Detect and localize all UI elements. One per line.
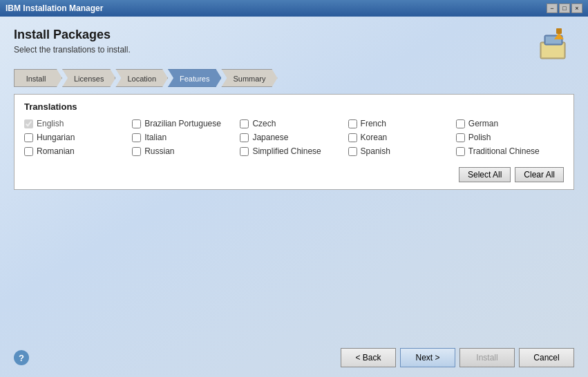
page-subtitle: Select the translations to install. [14, 45, 131, 55]
next-button[interactable]: Next > [400, 348, 455, 367]
cancel-button[interactable]: Cancel [519, 348, 574, 367]
checkbox-hungarian[interactable] [24, 133, 33, 142]
tab-location[interactable]: Location [115, 69, 168, 87]
lang-czech[interactable]: Czech [240, 119, 348, 128]
checkbox-german[interactable] [456, 119, 465, 128]
maximize-button[interactable]: □ [559, 3, 570, 13]
header-area: Install Packages Select the translations… [0, 17, 588, 69]
translations-box: Translations English Brazilian Portugues… [14, 94, 574, 190]
header-text: Install Packages Select the translations… [14, 28, 131, 55]
lang-italian[interactable]: Italian [132, 133, 240, 142]
breadcrumb-item-location[interactable]: Location [115, 69, 168, 87]
window-controls: − □ × [547, 3, 582, 13]
tab-features[interactable]: Features [168, 69, 221, 87]
lang-spanish[interactable]: Spanish [348, 146, 456, 156]
checkbox-romanian[interactable] [24, 147, 33, 156]
lang-polish[interactable]: Polish [456, 133, 564, 142]
footer-buttons: < Back Next > Install Cancel [341, 348, 574, 367]
lang-french[interactable]: French [348, 119, 456, 128]
lang-brazilian-portuguese[interactable]: Brazilian Portuguese [132, 119, 240, 128]
footer-left: ? [14, 350, 29, 365]
tab-install[interactable]: Install [14, 69, 62, 87]
checkbox-korean[interactable] [348, 133, 357, 142]
lang-romanian[interactable]: Romanian [24, 146, 132, 156]
lang-traditional-chinese[interactable]: Traditional Chinese [456, 146, 564, 156]
clear-all-button[interactable]: Clear All [515, 167, 564, 182]
install-icon [535, 28, 573, 61]
svg-rect-5 [556, 28, 562, 34]
tab-summary[interactable]: Summary [221, 69, 277, 87]
window-body: Install Packages Select the translations… [0, 17, 588, 377]
lang-simplified-chinese[interactable]: Simplified Chinese [240, 146, 348, 156]
title-bar: IBM Installation Manager − □ × [0, 0, 588, 17]
content-area: Translations English Brazilian Portugues… [0, 94, 588, 341]
checkbox-italian[interactable] [132, 133, 141, 142]
window-title: IBM Installation Manager [6, 3, 103, 13]
breadcrumb: Install Licenses Location Features Summa… [0, 69, 588, 94]
checkbox-french[interactable] [348, 119, 357, 128]
close-button[interactable]: × [571, 3, 582, 13]
header-icon [533, 28, 574, 62]
checkbox-japanese[interactable] [240, 133, 249, 142]
install-button[interactable]: Install [459, 348, 515, 367]
breadcrumb-item-features[interactable]: Features [168, 69, 221, 87]
lang-russian[interactable]: Russian [132, 146, 240, 156]
breadcrumb-item-licenses[interactable]: Licenses [62, 69, 115, 87]
lang-hungarian[interactable]: Hungarian [24, 133, 132, 142]
lang-japanese[interactable]: Japanese [240, 133, 348, 142]
checkbox-spanish[interactable] [348, 147, 357, 156]
checkbox-czech[interactable] [240, 119, 249, 128]
lang-korean[interactable]: Korean [348, 133, 456, 142]
checkbox-simplified-chinese[interactable] [240, 147, 249, 156]
translations-grid: English Brazilian Portuguese Czech Frenc… [24, 119, 564, 156]
back-button[interactable]: < Back [341, 348, 396, 367]
breadcrumb-item-install[interactable]: Install [14, 69, 62, 87]
svg-rect-1 [542, 44, 564, 57]
breadcrumb-item-summary[interactable]: Summary [221, 69, 277, 87]
checkbox-traditional-chinese[interactable] [456, 147, 465, 156]
footer-area: ? < Back Next > Install Cancel [0, 341, 588, 377]
checkbox-polish[interactable] [456, 133, 465, 142]
checkbox-english[interactable] [24, 119, 33, 128]
tab-licenses[interactable]: Licenses [62, 69, 115, 87]
select-all-button[interactable]: Select All [459, 167, 511, 182]
select-clear-row: Select All Clear All [24, 163, 564, 182]
page-title: Install Packages [14, 28, 131, 42]
checkbox-russian[interactable] [132, 147, 141, 156]
translations-title: Translations [24, 102, 564, 112]
minimize-button[interactable]: − [547, 3, 558, 13]
lang-english[interactable]: English [24, 119, 132, 128]
help-button[interactable]: ? [14, 350, 29, 365]
lang-german[interactable]: German [456, 119, 564, 128]
checkbox-brazilian-portuguese[interactable] [132, 119, 141, 128]
